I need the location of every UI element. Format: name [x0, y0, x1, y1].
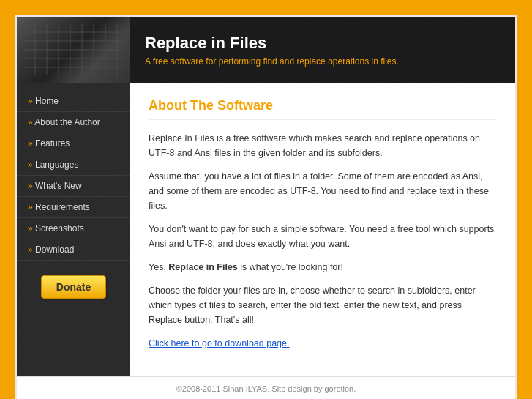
sidebar-item-download[interactable]: Download	[17, 239, 130, 261]
sidebar-item-home[interactable]: Home	[17, 91, 130, 112]
paragraph-5: Choose the folder your files are in, cho…	[149, 283, 497, 327]
sidebar-item-features[interactable]: Features	[17, 133, 130, 154]
site-header: Replace in Files A free software for per…	[17, 17, 515, 83]
donate-section: Donate	[17, 261, 130, 313]
site-container: Replace in Files A free software for per…	[15, 15, 517, 399]
header-text-area: Replace in Files A free software for per…	[130, 17, 413, 83]
paragraph-2: Assume that, you have a lot of files in …	[149, 169, 497, 213]
download-link-paragraph: Click here to go to download page.	[149, 336, 497, 351]
donate-button[interactable]: Donate	[41, 275, 106, 299]
site-footer: ©2008-2011 Sinan İLYAS. Site design by g…	[17, 376, 515, 399]
sidebar-item-requirements[interactable]: Requirements	[17, 197, 130, 218]
main-content: About The Software Replace In Files is a…	[130, 83, 515, 376]
paragraph-4: Yes, Replace in Files is what you're loo…	[149, 260, 497, 275]
sidebar: Home About the Author Features Languages…	[17, 83, 130, 376]
sidebar-item-screenshots[interactable]: Screenshots	[17, 218, 130, 239]
paragraph-1: Replace In Files is a free software whic…	[149, 131, 497, 160]
content-title: About The Software	[149, 98, 497, 120]
footer-text: ©2008-2011 Sinan İLYAS. Site design by g…	[176, 384, 356, 393]
site-title: Replace in Files	[145, 34, 399, 53]
sidebar-item-whats-new[interactable]: What's New	[17, 176, 130, 197]
site-subtitle: A free software for performing find and …	[145, 56, 399, 67]
main-area: Home About the Author Features Languages…	[17, 83, 515, 376]
bold-app-name: Replace in Files	[168, 262, 237, 272]
download-link[interactable]: Click here to go to download page.	[149, 338, 290, 348]
header-keyboard-image	[17, 17, 130, 83]
paragraph-3: You don't want to pay for such a simple …	[149, 222, 497, 251]
sidebar-item-about-author[interactable]: About the Author	[17, 112, 130, 133]
sidebar-item-languages[interactable]: Languages	[17, 154, 130, 176]
keyboard-graphic	[17, 17, 130, 83]
